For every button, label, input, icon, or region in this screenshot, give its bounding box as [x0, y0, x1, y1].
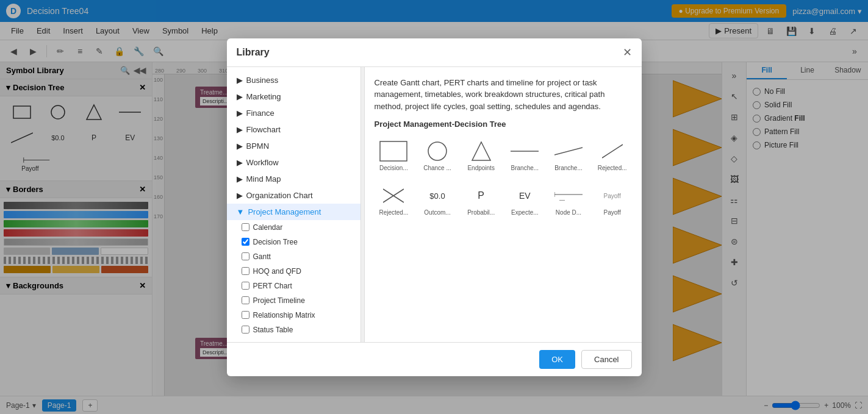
modal-footer: OK Cancel: [227, 342, 642, 376]
preview-payoff-label: Payoff: [604, 209, 621, 216]
subcat-projecttimeline-check[interactable]: [242, 296, 249, 304]
modal-body: ▶ Business ▶ Marketing ▶ Finance ▶ Flowc…: [227, 67, 642, 342]
modal-categories: ▶ Business ▶ Marketing ▶ Finance ▶ Flowc…: [227, 67, 361, 342]
preview-decision-label: Decision...: [379, 165, 408, 171]
category-orgchart[interactable]: ▶ Organization Chart: [227, 187, 360, 204]
subcat-hoqqfd-label: HOQ and QFD: [253, 267, 301, 276]
preview-outcome[interactable]: $0.0 Outcom...: [418, 180, 457, 220]
ok-button[interactable]: OK: [539, 350, 575, 369]
svg-marker-15: [472, 142, 490, 160]
preview-probability[interactable]: P Probabil...: [462, 180, 501, 220]
category-mindmap[interactable]: ▶ Mind Map: [227, 171, 360, 187]
cat-label-orgchart: Organization Chart: [246, 191, 313, 200]
subcat-hoqqfd-check[interactable]: [242, 267, 249, 275]
svg-point-14: [428, 142, 447, 160]
category-projectmgmt[interactable]: ▼ Project Management: [227, 204, 360, 220]
cat-label-projectmgmt: Project Management: [248, 207, 321, 216]
subcat-pertchart-label: PERT Chart: [253, 282, 292, 290]
modal-overlay: Library ✕ ▶ Business ▶ Marketing ▶ Finan…: [0, 0, 868, 414]
category-finance[interactable]: ▶ Finance: [227, 105, 360, 121]
preview-expected[interactable]: EV Expecte...: [506, 180, 545, 220]
preview-endpoints[interactable]: Endpoints: [462, 136, 501, 176]
preview-outcome-label: Outcom...: [424, 209, 450, 216]
category-business[interactable]: ▶ Business: [227, 72, 360, 88]
modal-section-title: Project Management-Decision Tree: [375, 120, 632, 129]
subcat-relmatrix-check[interactable]: [242, 311, 249, 319]
cat-arrow-projectmgmt: ▼: [237, 207, 245, 216]
subcat-statustable-label: Status Table: [253, 326, 293, 334]
cat-label-finance: Finance: [246, 109, 274, 118]
preview-chance[interactable]: Chance ...: [418, 136, 457, 176]
preview-branch2[interactable]: Branche...: [549, 136, 588, 176]
svg-line-17: [554, 148, 583, 155]
cat-label-flowchart: Flowchart: [246, 125, 281, 134]
svg-text:—: —: [559, 197, 565, 203]
subcat-projecttimeline-label: Project Timeline: [253, 296, 305, 305]
preview-branch1-label: Branche...: [511, 165, 539, 171]
subcat-statustable[interactable]: Status Table: [227, 323, 360, 337]
cat-arrow-flowchart: ▶: [237, 125, 243, 134]
cat-label-business: Business: [246, 76, 279, 85]
preview-nodedown[interactable]: — Node D...: [549, 180, 588, 220]
subcat-hoqqfd[interactable]: HOQ and QFD: [227, 264, 360, 279]
cat-arrow-business: ▶: [237, 76, 243, 85]
category-bpmn[interactable]: ▶ BPMN: [227, 138, 360, 154]
subcat-calendar[interactable]: Calendar: [227, 220, 360, 235]
subcat-calendar-check[interactable]: [242, 223, 249, 231]
preview-rejected1-label: Rejected...: [598, 165, 627, 171]
library-modal: Library ✕ ▶ Business ▶ Marketing ▶ Finan…: [227, 38, 642, 376]
modal-content: Create Gantt chart, PERT charts and time…: [365, 67, 642, 342]
subcat-pertchart[interactable]: PERT Chart: [227, 279, 360, 293]
subcat-decisiontree-check[interactable]: [242, 238, 249, 246]
subcat-projecttimeline[interactable]: Project Timeline: [227, 293, 360, 308]
preview-expected-label: Expecte...: [511, 209, 538, 216]
preview-branch2-label: Branche...: [554, 165, 583, 171]
preview-nodedown-label: Node D...: [556, 209, 581, 216]
category-workflow[interactable]: ▶ Workflow: [227, 154, 360, 171]
preview-payoff[interactable]: Payoff Payoff: [593, 180, 632, 220]
category-flowchart[interactable]: ▶ Flowchart: [227, 121, 360, 138]
cat-label-mindmap: Mind Map: [246, 174, 281, 184]
category-marketing[interactable]: ▶ Marketing: [227, 88, 360, 105]
subcat-statustable-check[interactable]: [242, 326, 249, 334]
cat-label-bpmn: BPMN: [246, 141, 270, 151]
cat-arrow-finance: ▶: [237, 109, 243, 118]
modal-description: Create Gantt chart, PERT charts and time…: [375, 77, 632, 113]
modal-header: Library ✕: [227, 38, 642, 67]
subcat-decisiontree-label: Decision Tree: [253, 238, 298, 246]
subcat-decisiontree[interactable]: Decision Tree: [227, 235, 360, 249]
preview-rejected1[interactable]: Rejected...: [593, 136, 632, 176]
cat-arrow-mindmap: ▶: [237, 174, 243, 184]
preview-chance-label: Chance ...: [423, 165, 451, 171]
subcat-pertchart-check[interactable]: [242, 282, 249, 290]
cat-label-marketing: Marketing: [246, 92, 281, 101]
svg-line-18: [602, 145, 623, 158]
preview-branch1[interactable]: Branche...: [506, 136, 545, 176]
modal-close-button[interactable]: ✕: [623, 46, 632, 59]
symbol-preview-grid: Decision... Chance ... Endpo: [375, 136, 632, 220]
cat-arrow-orgchart: ▶: [237, 191, 243, 200]
subcat-gantt[interactable]: Gantt: [227, 249, 360, 264]
svg-rect-13: [380, 141, 407, 161]
subcat-gantt-label: Gantt: [253, 252, 271, 261]
preview-rejected2[interactable]: Rejected...: [375, 180, 414, 220]
subcat-gantt-check[interactable]: [242, 252, 249, 260]
preview-probability-label: Probabil...: [467, 209, 495, 216]
subcat-calendar-label: Calendar: [253, 223, 283, 232]
cancel-button[interactable]: Cancel: [581, 350, 631, 369]
preview-decision[interactable]: Decision...: [375, 136, 414, 176]
cat-arrow-marketing: ▶: [237, 92, 243, 101]
cat-label-workflow: Workflow: [246, 158, 279, 167]
subcat-relmatrix[interactable]: Relationship Matrix: [227, 308, 360, 323]
modal-title: Library: [237, 47, 270, 58]
preview-endpoints-label: Endpoints: [467, 165, 494, 171]
cat-arrow-workflow: ▶: [237, 158, 243, 167]
subcat-relmatrix-label: Relationship Matrix: [253, 311, 315, 319]
cat-arrow-bpmn: ▶: [237, 141, 243, 151]
preview-rejected2-label: Rejected...: [379, 209, 408, 216]
